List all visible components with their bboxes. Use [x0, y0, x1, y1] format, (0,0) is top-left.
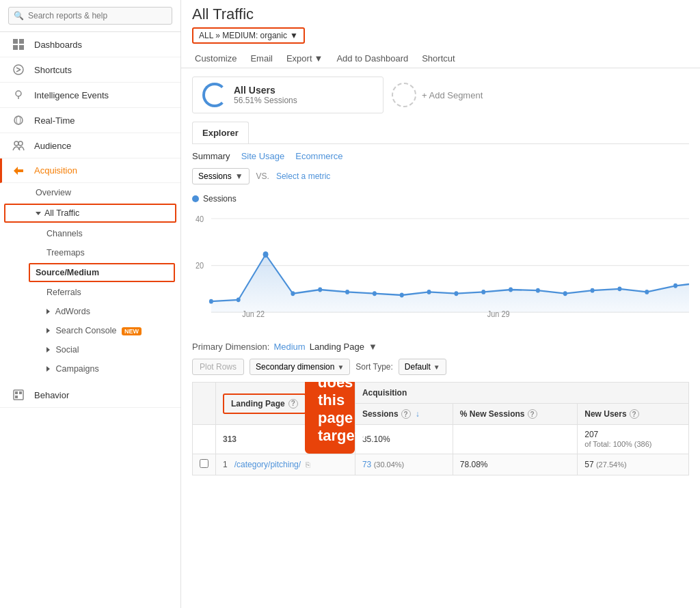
svg-point-27	[345, 290, 349, 294]
metric-tab-summary[interactable]: Summary	[192, 151, 230, 161]
sessions-help-icon[interactable]: ?	[401, 409, 411, 419]
totals-landing-cell: 313 What keywords does this page target?	[216, 425, 355, 454]
row1-checkbox-input[interactable]	[200, 459, 208, 468]
sidebar-sub-treemaps[interactable]: Treemaps	[0, 243, 180, 262]
svg-point-36	[591, 288, 595, 293]
data-table-wrapper: Landing Page ? Acquisition Sessions ? ↓	[192, 382, 689, 475]
copy-icon[interactable]: ⎘	[306, 460, 310, 469]
sessions-header[interactable]: Sessions ? ↓	[355, 404, 453, 425]
sidebar-label-dashboards: Dashboards	[34, 40, 82, 50]
svg-point-37	[617, 286, 621, 291]
svg-text:Jun 29: Jun 29	[487, 309, 510, 317]
campaigns-label: Campaigns	[55, 364, 98, 374]
sidebar-item-audience[interactable]: Audience	[0, 133, 180, 158]
new-users-help-icon[interactable]: ?	[630, 409, 639, 419]
primary-dim-landing-page[interactable]: Landing Page	[310, 342, 364, 352]
breadcrumb-pill[interactable]: ALL » MEDIUM: organic ▼	[192, 27, 305, 44]
checkbox-header	[193, 383, 216, 425]
chart-dot	[192, 195, 199, 202]
sidebar-item-behavior[interactable]: Behavior	[0, 383, 180, 408]
sidebar-sub-search-console[interactable]: Search Console NEW	[0, 321, 180, 340]
sidebar-item-acquisition[interactable]: Acquisition	[0, 158, 180, 183]
sidebar-sub-social[interactable]: Social	[0, 340, 180, 359]
add-segment-label: + Add Segment	[422, 90, 483, 100]
sidebar-sub-source-medium[interactable]: Source/Medium	[29, 263, 175, 282]
metric-select-row: Sessions ▼ VS. Select a metric	[192, 168, 689, 184]
sec-dim-arrow: ▼	[337, 363, 344, 371]
audience-icon	[11, 140, 26, 151]
add-segment-box[interactable]: + Add Segment	[392, 83, 483, 107]
svg-rect-0	[13, 39, 18, 44]
sidebar-sub-overview[interactable]: Overview	[0, 183, 180, 202]
svg-rect-15	[19, 391, 22, 394]
svg-rect-2	[13, 45, 18, 50]
acquisition-group-header: Acquisition	[355, 383, 688, 404]
metric-select-arrow: ▼	[235, 171, 243, 181]
sidebar-sub-referrals[interactable]: Referrals	[0, 283, 180, 302]
sidebar-sub-campaigns[interactable]: Campaigns	[0, 359, 180, 378]
table-row: 1 /category/pitching/ ⎘ 73 (30.04%) 78.0…	[193, 454, 689, 475]
referrals-label: Referrals	[46, 288, 81, 297]
svg-point-32	[481, 290, 485, 294]
add-dashboard-button[interactable]: Add to Dashboard	[336, 53, 408, 64]
sidebar-sub-adwords[interactable]: AdWords	[0, 302, 180, 321]
sidebar-label-behavior: Behavior	[34, 390, 69, 400]
channels-label: Channels	[46, 229, 83, 238]
sidebar-item-intelligence[interactable]: Intelligence Events	[0, 83, 180, 108]
metric-tab-ecommerce[interactable]: Ecommerce	[295, 151, 342, 161]
svg-text:Jun 22: Jun 22	[242, 309, 265, 317]
plot-rows-button[interactable]: Plot Rows	[192, 359, 244, 375]
svg-point-35	[563, 291, 567, 296]
row1-sessions: 73 (30.04%)	[355, 454, 453, 475]
search-console-expand-icon	[46, 328, 50, 333]
adwords-expand-icon	[46, 309, 50, 314]
segment-circle	[202, 83, 227, 107]
export-dropdown-icon: ▼	[314, 53, 323, 64]
export-button[interactable]: Export ▼	[286, 53, 323, 64]
metric-tab-site-usage[interactable]: Site Usage	[241, 151, 285, 161]
main-content-area: All Traffic ALL » MEDIUM: organic ▼ Cust…	[181, 0, 700, 608]
chart-legend: Sessions	[192, 194, 689, 204]
email-button[interactable]: Email	[250, 53, 273, 64]
sidebar-item-dashboards[interactable]: Dashboards	[0, 32, 180, 57]
search-icon: 🔍	[14, 11, 24, 20]
sort-type-select[interactable]: Default ▼	[399, 359, 446, 375]
secondary-dimension-select[interactable]: Secondary dimension ▼	[250, 359, 350, 375]
all-traffic-label: All Traffic	[44, 208, 79, 218]
landing-page-help-icon[interactable]: ?	[288, 399, 298, 409]
select-metric-link[interactable]: Select a metric	[276, 171, 330, 181]
svg-point-39	[673, 284, 677, 288]
primary-dim-medium[interactable]: Medium	[273, 342, 305, 352]
sidebar-label-acquisition: Acquisition	[34, 165, 77, 176]
search-input[interactable]	[8, 7, 172, 25]
data-table: Landing Page ? Acquisition Sessions ? ↓	[192, 382, 689, 475]
svg-text:20: 20	[196, 260, 204, 270]
row1-checkbox[interactable]	[193, 454, 216, 475]
sidebar-item-shortcuts[interactable]: Shortcuts	[0, 57, 180, 83]
page-title: All Traffic	[192, 5, 689, 23]
shortcut-button[interactable]: Shortcut	[422, 53, 455, 64]
sidebar-item-realtime[interactable]: Real-Time	[0, 108, 180, 133]
totals-new-users-cell: 207 of Total: 100% (386)	[578, 425, 689, 454]
svg-point-25	[291, 291, 295, 296]
pct-new-sessions-header: % New Sessions ?	[453, 404, 577, 425]
row1-landing-page-link[interactable]: /category/pitching/	[234, 460, 301, 469]
customize-button[interactable]: Customize	[195, 53, 237, 64]
sort-type-arrow: ▼	[433, 363, 440, 371]
landing-page-dim-dropdown[interactable]: ▼	[368, 342, 377, 352]
sidebar-label-realtime: Real-Time	[34, 115, 75, 126]
main-header: All Traffic ALL » MEDIUM: organic ▼ Cust…	[181, 0, 700, 68]
pct-new-help-icon[interactable]: ?	[528, 409, 537, 419]
sidebar-label-audience: Audience	[34, 141, 71, 151]
svg-point-22	[209, 299, 213, 304]
filter-row: Plot Rows Secondary dimension ▼ Sort Typ…	[192, 359, 689, 375]
metric-select-dropdown[interactable]: Sessions ▼	[192, 168, 250, 184]
sidebar-sub-all-traffic[interactable]: All Traffic	[4, 204, 176, 223]
source-medium-label: Source/Medium	[36, 268, 99, 277]
tab-explorer[interactable]: Explorer	[192, 122, 249, 143]
sidebar-sub-channels[interactable]: Channels	[0, 224, 180, 243]
svg-point-12	[18, 141, 23, 146]
row1-sessions-value: 73	[362, 460, 371, 469]
segment-name: All Users	[234, 85, 297, 96]
sessions-sort-icon[interactable]: ↓	[416, 409, 420, 419]
